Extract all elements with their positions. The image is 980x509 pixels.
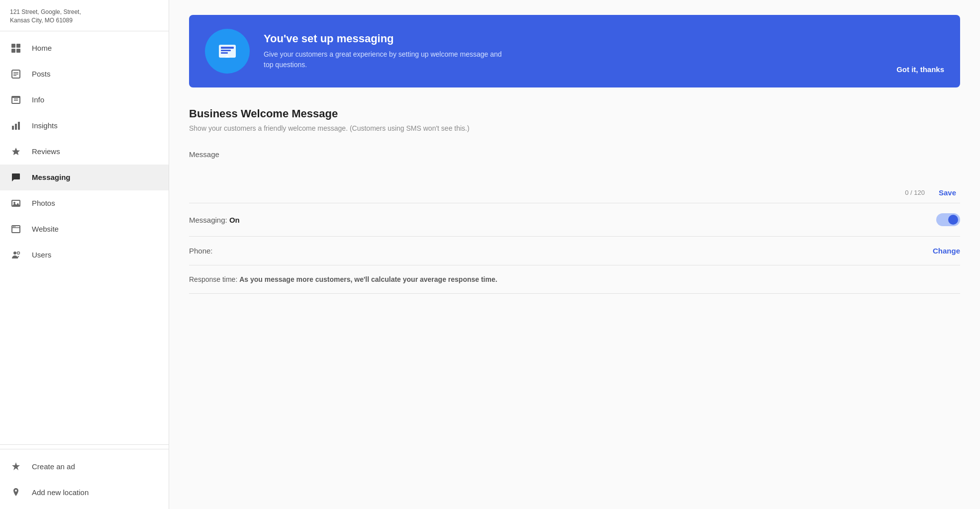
svg-rect-27 bbox=[221, 47, 234, 49]
sidebar-label-info: Info bbox=[32, 95, 44, 104]
section-description: Show your customers a friendly welcome m… bbox=[189, 124, 960, 132]
svg-point-21 bbox=[13, 226, 14, 227]
sidebar: 121 Street, Google, Street, Kansas City,… bbox=[0, 0, 169, 509]
welcome-message-section: Business Welcome Message Show your custo… bbox=[189, 107, 960, 294]
response-time-row: Response time: As you message more custo… bbox=[189, 265, 960, 294]
sidebar-label-home: Home bbox=[32, 44, 52, 52]
sidebar-item-add-location[interactable]: Add new location bbox=[0, 479, 169, 505]
change-phone-button[interactable]: Change bbox=[933, 247, 960, 255]
main-content: You've set up messaging Give your custom… bbox=[169, 0, 980, 509]
svg-marker-15 bbox=[12, 148, 20, 155]
website-icon bbox=[10, 223, 22, 235]
svg-rect-0 bbox=[11, 44, 15, 48]
sidebar-item-website[interactable]: Website bbox=[0, 216, 169, 242]
message-label: Message bbox=[189, 148, 960, 159]
sidebar-item-info[interactable]: Info bbox=[0, 87, 169, 113]
svg-point-23 bbox=[13, 252, 16, 254]
sidebar-item-reviews[interactable]: Reviews bbox=[0, 139, 169, 165]
location-icon bbox=[10, 486, 22, 498]
business-address-line1: 121 Street, Google, Street, bbox=[10, 8, 159, 16]
save-button[interactable]: Save bbox=[935, 188, 960, 197]
sidebar-label-website: Website bbox=[32, 225, 59, 233]
svg-rect-11 bbox=[12, 96, 20, 98]
sidebar-item-users[interactable]: Users bbox=[0, 242, 169, 268]
sidebar-label-posts: Posts bbox=[32, 70, 51, 78]
svg-rect-14 bbox=[18, 122, 20, 130]
business-address-line2: Kansas City, MO 61089 bbox=[10, 16, 159, 25]
messaging-setup-banner: You've set up messaging Give your custom… bbox=[189, 15, 960, 87]
star-icon bbox=[10, 146, 22, 158]
posts-icon bbox=[10, 68, 22, 80]
sidebar-label-reviews: Reviews bbox=[32, 147, 60, 156]
sidebar-bottom: Create an ad Add new location bbox=[0, 449, 169, 509]
messaging-icon bbox=[10, 171, 22, 183]
response-time-text: Response time: As you message more custo… bbox=[189, 275, 497, 283]
response-time-value: As you message more customers, we'll cal… bbox=[239, 275, 497, 283]
svg-rect-29 bbox=[221, 52, 228, 54]
messaging-status: On bbox=[229, 216, 240, 224]
message-field-wrapper: Message 0 / 120 Save bbox=[189, 148, 960, 203]
sidebar-label-users: Users bbox=[32, 251, 51, 259]
svg-rect-1 bbox=[16, 44, 20, 48]
banner-description: Give your customers a great experience b… bbox=[264, 49, 512, 70]
sidebar-item-home[interactable]: Home bbox=[0, 35, 169, 61]
sidebar-item-create-ad[interactable]: Create an ad bbox=[0, 453, 169, 479]
svg-point-22 bbox=[14, 226, 15, 227]
insights-icon bbox=[10, 120, 22, 132]
svg-rect-12 bbox=[12, 126, 14, 130]
photos-icon bbox=[10, 197, 22, 209]
got-it-button[interactable]: Got it, thanks bbox=[896, 65, 944, 74]
grid-icon bbox=[10, 42, 22, 54]
sidebar-divider bbox=[0, 444, 169, 445]
sidebar-item-posts[interactable]: Posts bbox=[0, 61, 169, 87]
sidebar-label-insights: Insights bbox=[32, 121, 58, 130]
svg-rect-28 bbox=[221, 50, 231, 51]
svg-marker-25 bbox=[12, 462, 20, 470]
sidebar-nav: Home Posts bbox=[0, 31, 169, 440]
message-counter: 0 / 120 bbox=[905, 189, 925, 196]
phone-label: Phone: bbox=[189, 247, 213, 255]
sidebar-label-create-ad: Create an ad bbox=[32, 462, 75, 471]
toggle-slider bbox=[936, 213, 960, 226]
sidebar-item-insights[interactable]: Insights bbox=[0, 113, 169, 139]
sidebar-item-photos[interactable]: Photos bbox=[0, 190, 169, 216]
section-title: Business Welcome Message bbox=[189, 107, 960, 120]
banner-title: You've set up messaging bbox=[264, 32, 882, 45]
message-input[interactable] bbox=[189, 159, 960, 184]
sidebar-label-photos: Photos bbox=[32, 199, 55, 207]
banner-icon-circle bbox=[205, 29, 250, 74]
phone-row: Phone: Change bbox=[189, 237, 960, 265]
info-icon bbox=[10, 94, 22, 106]
messaging-label: Messaging: On bbox=[189, 216, 240, 224]
banner-text: You've set up messaging Give your custom… bbox=[264, 32, 882, 70]
sidebar-item-messaging[interactable]: Messaging bbox=[0, 165, 169, 190]
messaging-toggle-row: Messaging: On bbox=[189, 203, 960, 237]
ad-icon bbox=[10, 460, 22, 472]
sidebar-label-add-location: Add new location bbox=[32, 488, 89, 497]
svg-rect-2 bbox=[11, 49, 15, 53]
sidebar-label-messaging: Messaging bbox=[32, 173, 71, 181]
svg-point-24 bbox=[17, 252, 20, 254]
business-info: 121 Street, Google, Street, Kansas City,… bbox=[0, 0, 169, 31]
svg-marker-18 bbox=[12, 203, 20, 206]
svg-rect-3 bbox=[16, 49, 20, 53]
messaging-toggle[interactable] bbox=[936, 213, 960, 226]
svg-rect-13 bbox=[15, 124, 17, 130]
users-icon bbox=[10, 249, 22, 261]
